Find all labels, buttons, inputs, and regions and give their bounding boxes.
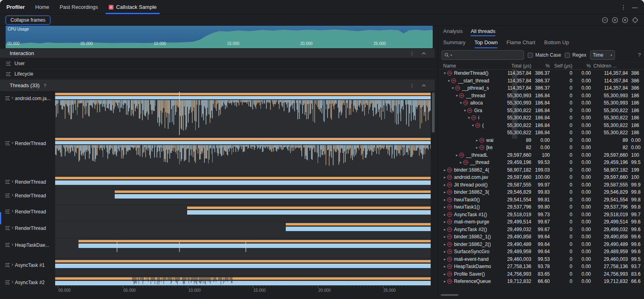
checkbox-icon[interactable] <box>528 53 533 58</box>
column-header-name[interactable]: Name <box>442 63 503 69</box>
topdown-row-referencequeue[interactable]: ▸mReferenceQueue19,712,83266.6000.0019,7… <box>438 278 644 285</box>
topbar-tab-home[interactable]: Home <box>35 0 50 14</box>
thread-name-cell[interactable]: ›RenderThread <box>0 137 55 175</box>
chevron-right-icon[interactable]: ▸ <box>442 198 447 202</box>
topdown-row-heaptaskdaemo[interactable]: ▸mHeapTaskDaemo27,758,13693.7800.0027,75… <box>438 263 644 270</box>
horizontal-scrollbar[interactable] <box>441 294 458 296</box>
expand-chevron-icon[interactable]: › <box>12 193 13 197</box>
thread-name-cell[interactable]: ›RenderThread <box>0 205 55 221</box>
zoom-to-selection-icon[interactable] <box>632 17 638 23</box>
cpu-usage-chart[interactable]: CPU Usage 00.00005.00010.00015.00020.000… <box>6 26 433 48</box>
column-header-self-s[interactable]: Self (μs) <box>550 63 572 69</box>
topdown-row-profile-saver[interactable]: ▸mProfile Saver()24,756,99383.6500.0024,… <box>438 270 644 278</box>
threads-section-header[interactable]: Threads (33) ? ⋮ <box>0 79 435 92</box>
minimize-icon[interactable]: — <box>632 4 638 10</box>
reset-zoom-icon[interactable] <box>622 17 628 23</box>
kebab-menu-icon[interactable]: ⋮ <box>621 4 626 10</box>
topdown-row-surfacesyncgro[interactable]: ▸mSurfaceSyncGro29,489,95999.6400.0029,4… <box>438 248 644 256</box>
interaction-row-lifecycle[interactable]: Lifecycle <box>0 69 435 79</box>
search-options-chevron-icon[interactable]: ▾ <box>450 53 452 57</box>
topdown-row-hwuitask1[interactable]: ▸mhwuiTask1()29,537,79699.8000.0029,537,… <box>438 203 644 211</box>
chevron-down-icon[interactable]: ▾ <box>462 109 467 113</box>
thread-name-cell[interactable]: ›HeapTaskDae... <box>0 238 55 258</box>
thread-activity-chart[interactable] <box>55 238 431 258</box>
chevron-right-icon[interactable]: ▸ <box>442 227 447 231</box>
analysis-tab-analysis[interactable]: Analysis <box>443 26 462 36</box>
chevron-down-icon[interactable]: ▾ <box>446 79 451 83</box>
column-header-children[interactable]: Children ... <box>591 63 628 69</box>
checkbox-icon[interactable] <box>565 53 570 58</box>
chevron-right-icon[interactable]: ▸ <box>454 153 459 157</box>
topdown-row-ke[interactable]: ▸m[ke820.0000.00820.00 <box>438 144 644 152</box>
chevron-right-icon[interactable]: ▸ <box>442 272 447 276</box>
thread-activity-chart[interactable] <box>55 276 431 286</box>
expand-chevron-icon[interactable]: › <box>12 242 13 247</box>
topdown-row-pthread-s[interactable]: ▾m__pthread_s114,357,84386.3700.00114,35… <box>438 84 644 92</box>
threads-collapse-icon[interactable] <box>422 84 426 87</box>
chevron-right-icon[interactable]: ▸ <box>442 205 447 209</box>
topdown-row-binder-16862-4[interactable]: ▸mbinder:16862_4(58,907,182199.0300.0058… <box>438 166 644 174</box>
thread-name-cell[interactable]: ›android.com.ja... <box>0 92 55 137</box>
chevron-down-icon[interactable]: ▾ <box>458 101 463 105</box>
thread-name-cell[interactable]: ›AsyncTask #1 <box>0 258 55 276</box>
match-case-checkbox[interactable]: Match Case <box>528 52 561 58</box>
zoom-in-icon[interactable] <box>612 17 618 23</box>
topdown-row-jit-thread-pool[interactable]: ▸mJit thread pool()29,587,55599.9700.002… <box>438 181 644 189</box>
interaction-row-user[interactable]: User <box>0 58 435 69</box>
expand-chevron-icon[interactable]: › <box>12 179 13 184</box>
interaction-section-header[interactable]: Interaction ⋮ <box>0 48 435 58</box>
thread-activity-chart[interactable] <box>55 221 431 238</box>
expand-chevron-icon[interactable]: › <box>12 280 13 284</box>
expand-chevron-icon[interactable]: › <box>12 262 13 267</box>
topdown-row-renderthread[interactable]: ▾mRenderThread()114,357,84386.3700.00114… <box>438 70 644 77</box>
thread-activity-chart[interactable] <box>55 92 431 137</box>
threads-kebab-icon[interactable]: ⋮ <box>409 82 415 88</box>
chevron-right-icon[interactable]: ▸ <box>442 264 447 268</box>
chevron-right-icon[interactable]: ▸ <box>442 175 447 179</box>
thread-activity-track[interactable] <box>55 221 431 238</box>
thread-activity-track[interactable] <box>55 205 431 221</box>
topdown-row-threadl[interactable]: ▸m__threadL29,597,66010000.0029,597,6601… <box>438 152 644 159</box>
thread-name-cell[interactable]: ›RenderThread <box>0 189 55 205</box>
topbar-tab-callstack-sample[interactable]: Callstack Sample <box>109 0 157 14</box>
chevron-down-icon[interactable]: ▾ <box>466 116 471 120</box>
column-header-item[interactable]: % <box>531 63 550 69</box>
chevron-right-icon[interactable]: ▸ <box>442 257 447 261</box>
topdown-row-asynctask-2[interactable]: ▸mAsyncTask #2()29,499,03299.6700.0029,4… <box>438 226 644 233</box>
chevron-right-icon[interactable]: ▸ <box>442 183 447 187</box>
view-tab-top-down[interactable]: Top Down <box>475 36 498 48</box>
thread-name-cell[interactable]: ›AsyncTask #2 <box>0 276 55 286</box>
thread-activity-chart[interactable] <box>55 258 431 276</box>
chevron-right-icon[interactable]: ▸ <box>442 213 447 217</box>
interaction-kebab-icon[interactable]: ⋮ <box>409 50 415 56</box>
topdown-row-binder-16862-3[interactable]: ▸mbinder:16862_3(29,546,82999.8300.0029,… <box>438 188 644 196</box>
help-icon[interactable]: ? <box>638 52 641 58</box>
time-unit-dropdown[interactable]: Time ▾ <box>590 50 615 60</box>
topdown-row-mali-event-hand[interactable]: ▸mmali-event-hand29,460,00399.5300.0029,… <box>438 256 644 263</box>
topdown-row-android-com-jav[interactable]: ▸mandroid.com.jav29,597,660100.0000.0029… <box>438 174 644 181</box>
chevron-down-icon[interactable]: ▾ <box>454 94 459 98</box>
thread-activity-track[interactable] <box>55 92 431 137</box>
thread-activity-track[interactable] <box>55 276 431 286</box>
topbar-tab-past-recordings[interactable]: Past Recordings <box>60 0 98 14</box>
threads-scrollbar[interactable] <box>432 92 435 133</box>
chevron-right-icon[interactable]: ▸ <box>442 168 447 172</box>
thread-activity-track[interactable] <box>55 238 431 258</box>
topdown-row-thread[interactable]: ▾m__thread55,300,993186.8400.0055,300,99… <box>438 92 644 100</box>
thread-activity-track[interactable] <box>55 137 431 175</box>
threads-help-icon[interactable]: ? <box>43 83 46 88</box>
topdown-row-binder-16862-1[interactable]: ▸mbinder:16862_1()29,490,85899.6400.0029… <box>438 233 644 241</box>
topdown-row-item[interactable]: 55,300,822186.8400.0055,300,822186 <box>438 129 644 137</box>
topdown-row-asynctask-1[interactable]: ▸mAsyncTask #1()29,518,01999.7300.0029,5… <box>438 211 644 219</box>
thread-activity-track[interactable] <box>55 189 431 205</box>
chevron-right-icon[interactable]: ▸ <box>475 138 479 142</box>
topdown-row-gra[interactable]: ▾mGra55,300,822186.8400.0055,300,822186 <box>438 107 644 115</box>
chevron-right-icon[interactable]: ▸ <box>475 145 479 150</box>
topdown-row-binder-16862-2[interactable]: ▸mbinder:16862_2()29,490,48999.6400.0029… <box>438 241 644 248</box>
topdown-row-thread[interactable]: ▸m__thread29,459,19699.5300.0029,459,196… <box>438 159 644 166</box>
topdown-row-start-thread[interactable]: ▾m__start_thread114,357,84386.3700.00114… <box>438 77 644 85</box>
topdown-row-i[interactable]: ▾mi55,300,822186.8400.0055,300,822186 <box>438 114 644 122</box>
chevron-down-icon[interactable]: ▾ <box>450 86 455 90</box>
topdown-row-wai[interactable]: ▸mwai890.0000.00890.00 <box>438 137 644 144</box>
column-header-item[interactable]: % <box>572 63 591 69</box>
